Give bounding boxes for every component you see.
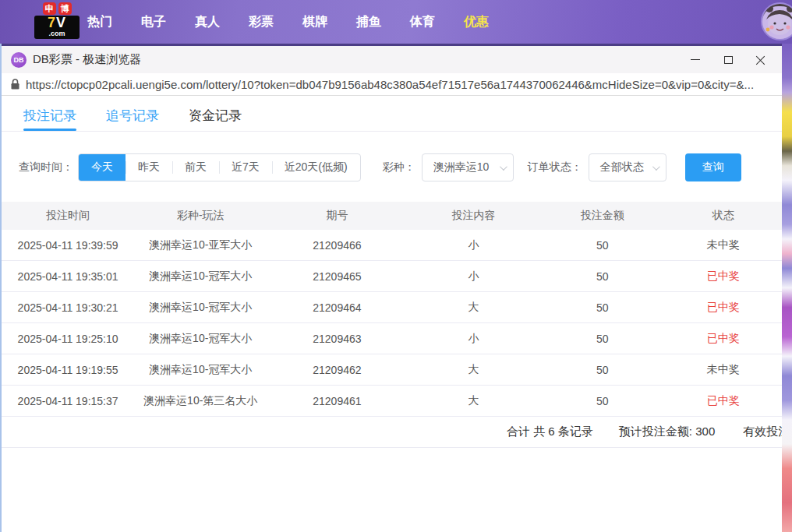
bet-records-table: 投注时间 彩种-玩法 期号 投注内容 投注金额 状态 2025-04-11 19…	[2, 202, 782, 448]
table-row: 2025-04-11 19:25:10 澳洲幸运10-冠军大小 21209463…	[2, 323, 782, 354]
bet-content: 小	[407, 270, 539, 284]
status-badge: 已中奖	[665, 301, 782, 315]
status-badge: 已中奖	[665, 270, 782, 284]
nav-item-live[interactable]: 真人	[195, 14, 220, 30]
table-row: 2025-04-11 19:39:59 澳洲幸运10-亚军大小 21209466…	[2, 230, 782, 261]
bet-game: 澳洲幸运10-第三名大小	[134, 394, 267, 408]
bet-issue: 21209462	[267, 364, 407, 376]
bet-content: 大	[407, 301, 539, 315]
bet-time: 2025-04-11 19:15:37	[2, 395, 134, 407]
time-option-7days[interactable]: 近7天	[219, 153, 272, 181]
bet-time: 2025-04-11 19:19:55	[2, 364, 134, 376]
time-option-daybefore[interactable]: 前天	[172, 153, 219, 181]
nav-item-cards[interactable]: 棋牌	[302, 14, 327, 30]
nav-item-lottery[interactable]: 彩票	[249, 14, 274, 30]
bet-issue: 21209465	[267, 270, 407, 283]
bet-amount: 50	[540, 364, 665, 376]
close-icon	[756, 55, 765, 65]
col-header-content: 投注内容	[407, 209, 539, 223]
time-option-20days[interactable]: 近20天(低频)	[272, 153, 360, 181]
url-text[interactable]: https://ctopcp02pcali.uengi5e.com/lotter…	[26, 78, 754, 91]
search-button[interactable]: 查询	[685, 153, 741, 181]
top-navigation-bar: 申 博 7V .com 热门 电子 真人 彩票 棋牌 捕鱼 体育 优惠	[0, 0, 792, 44]
table-row: 2025-04-11 19:15:37 澳洲幸运10-第三名大小 2120946…	[2, 386, 782, 417]
bet-game: 澳洲幸运10-冠军大小	[134, 270, 267, 284]
bet-game: 澳洲幸运10-亚军大小	[134, 238, 267, 252]
time-range-group: 今天 昨天 前天 近7天 近20天(低频)	[78, 153, 361, 181]
filter-bar: 查询时间： 今天 昨天 前天 近7天 近20天(低频) 彩种： 澳洲幸运10 订…	[19, 153, 782, 181]
maximize-button[interactable]	[712, 46, 744, 73]
table-row: 2025-04-11 19:35:01 澳洲幸运10-冠军大小 21209465…	[2, 261, 782, 292]
time-filter-label: 查询时间：	[19, 160, 73, 174]
window-titlebar[interactable]: DB DB彩票 - 极速浏览器	[2, 44, 782, 73]
record-tabs: 投注记录 追号记录 资金记录	[2, 96, 782, 132]
bet-time: 2025-04-11 19:30:21	[2, 301, 134, 314]
bet-content: 小	[407, 238, 539, 252]
avatar-image	[762, 4, 792, 39]
bet-amount: 50	[540, 301, 665, 314]
nav-item-hot[interactable]: 热门	[87, 14, 112, 30]
db-favicon: DB	[11, 52, 27, 68]
table-summary-row: 合计 共 6 条记录 预计投注金额: 300 有效投注金	[2, 417, 782, 448]
status-select-value: 全部状态	[600, 160, 644, 174]
table-header-row: 投注时间 彩种-玩法 期号 投注内容 投注金额 状态	[2, 202, 782, 230]
lock-icon	[11, 79, 19, 90]
close-button[interactable]	[744, 46, 777, 73]
maximize-icon	[724, 56, 733, 64]
bet-content: 大	[407, 363, 539, 377]
col-header-game: 彩种-玩法	[134, 209, 267, 223]
window-controls	[679, 46, 777, 73]
user-avatar[interactable]	[761, 2, 792, 41]
nav-item-fishing[interactable]: 捕鱼	[356, 14, 381, 30]
summary-total-count: 合计 共 6 条记录	[507, 425, 593, 439]
tab-chase-records[interactable]: 追号记录	[106, 107, 159, 131]
status-badge: 已中奖	[665, 332, 782, 346]
logo-v: V	[56, 15, 66, 30]
logo-badge-bo: 博	[58, 2, 72, 15]
site-logo[interactable]: 申 博 7V .com	[34, 2, 80, 41]
nav-item-sports[interactable]: 体育	[410, 14, 435, 30]
nav-item-slots[interactable]: 电子	[141, 14, 166, 30]
logo-badge-shen: 申	[43, 2, 56, 15]
nav-item-promo[interactable]: 优惠	[464, 14, 489, 30]
time-option-yesterday[interactable]: 昨天	[126, 153, 172, 181]
bet-amount: 50	[540, 270, 665, 283]
order-status-select[interactable]: 全部状态	[589, 153, 666, 181]
tab-fund-records[interactable]: 资金记录	[189, 107, 242, 131]
lottery-select-value: 澳洲幸运10	[433, 160, 490, 174]
logo-7v-block: 7V .com	[34, 16, 80, 39]
time-option-today[interactable]: 今天	[79, 153, 126, 181]
tab-bet-records[interactable]: 投注记录	[23, 107, 76, 131]
lottery-select[interactable]: 澳洲幸运10	[422, 153, 514, 181]
chevron-down-icon	[500, 163, 507, 171]
nav-menu: 热门 电子 真人 彩票 棋牌 捕鱼 体育 优惠	[87, 14, 489, 30]
minimize-button[interactable]	[679, 46, 712, 73]
bet-issue: 21209461	[267, 395, 407, 407]
table-row: 2025-04-11 19:30:21 澳洲幸运10-冠军大小 21209464…	[2, 292, 782, 323]
bet-game: 澳洲幸运10-冠军大小	[134, 301, 267, 315]
bet-content: 大	[407, 394, 539, 408]
chevron-down-icon	[652, 163, 660, 171]
bet-game: 澳洲幸运10-冠军大小	[134, 363, 267, 377]
lottery-filter-label: 彩种：	[383, 160, 415, 174]
status-badge: 未中奖	[665, 363, 782, 377]
summary-expected-amount: 预计投注金额: 300	[619, 425, 715, 439]
bet-amount: 50	[540, 395, 665, 407]
status-filter-label: 订单状态：	[528, 160, 582, 174]
logo-com-suffix: .com	[37, 30, 77, 37]
background-page-strip	[782, 44, 792, 532]
bet-time: 2025-04-11 19:25:10	[2, 333, 134, 345]
col-header-amount: 投注金额	[540, 209, 665, 223]
page-content: 投注记录 追号记录 资金记录 查询时间： 今天 昨天 前天 近7天 近20天(低…	[2, 96, 782, 531]
col-header-time: 投注时间	[2, 209, 134, 223]
logo-seven: 7	[48, 15, 56, 30]
bet-time: 2025-04-11 19:35:01	[2, 270, 134, 283]
bet-content: 小	[407, 332, 539, 346]
table-row: 2025-04-11 19:19:55 澳洲幸运10-冠军大小 21209462…	[2, 354, 782, 386]
address-bar[interactable]: https://ctopcp02pcali.uengi5e.com/lotter…	[2, 73, 782, 96]
browser-window: DB DB彩票 - 极速浏览器 https://ctopcp02pcali.ue…	[0, 44, 782, 532]
bet-game: 澳洲幸运10-冠军大小	[134, 332, 267, 346]
col-header-status: 状态	[665, 209, 782, 223]
minimize-icon	[691, 59, 700, 60]
bet-time: 2025-04-11 19:39:59	[2, 239, 134, 252]
